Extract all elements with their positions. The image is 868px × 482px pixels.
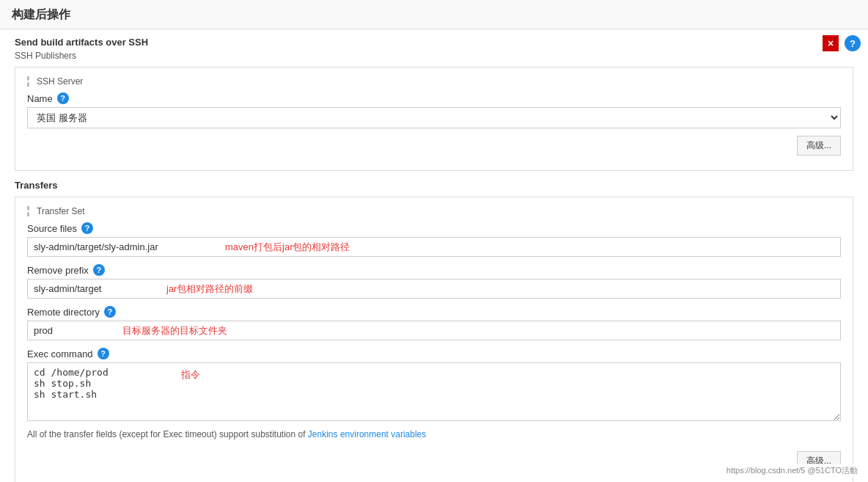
ssh-server-card: SSH Server Name ? 英国 服务器 高级... (15, 67, 853, 171)
name-help-icon[interactable]: ? (57, 92, 69, 104)
jenkins-env-variables-link[interactable]: Jenkins environment variables (308, 429, 426, 439)
page-wrapper: 构建后操作 × ? Send build artifacts over SSH … (0, 0, 868, 482)
section-title: 构建后操作 (0, 0, 868, 29)
remote-directory-input-row: 目标服务器的目标文件夹 (27, 321, 841, 348)
transfers-section: Transfers Transfer Set Source files ? ma… (15, 180, 853, 482)
remove-prefix-annotation: jar包相对路径的前缀 (166, 282, 253, 296)
remove-prefix-help-icon[interactable]: ? (93, 264, 105, 276)
exec-command-textarea[interactable]: cd /home/prod sh stop.sh sh start.sh (27, 362, 841, 421)
name-select[interactable]: 英国 服务器 (27, 107, 841, 128)
remote-directory-help-icon[interactable]: ? (104, 306, 116, 318)
source-files-input[interactable] (27, 237, 841, 257)
remove-prefix-label-row: Remove prefix ? (27, 264, 841, 276)
close-button[interactable]: × (823, 35, 839, 51)
exec-command-label: Exec command (27, 348, 93, 359)
section-title-text: 构建后操作 (12, 8, 70, 21)
exec-command-label-row: Exec command ? (27, 348, 841, 359)
source-files-label: Source files (27, 223, 77, 234)
main-content: × ? Send build artifacts over SSH SSH Pu… (0, 29, 868, 482)
exec-command-textarea-row: cd /home/prod sh stop.sh sh start.sh 指令 (27, 362, 841, 423)
advanced-row: 高级... (27, 136, 841, 161)
source-files-help-icon[interactable]: ? (81, 222, 93, 234)
source-files-input-row: maven打包后jar包的相对路径 (27, 237, 841, 264)
exec-command-help-icon[interactable]: ? (98, 348, 109, 359)
ssh-server-advanced-button[interactable]: 高级... (797, 136, 841, 156)
ssh-server-label: SSH Server (37, 76, 841, 87)
transfer-set-card: Transfer Set Source files ? maven打包后jar包… (15, 197, 853, 482)
close-icon: × (828, 37, 834, 49)
source-files-annotation: maven打包后jar包的相对路径 (225, 241, 350, 254)
transfers-label: Transfers (15, 180, 853, 191)
name-label-row: Name ? (27, 92, 841, 104)
ssh-publishers-label: SSH Publishers (15, 51, 853, 61)
remove-prefix-input[interactable] (27, 279, 841, 299)
exec-command-annotation: 指令 (181, 368, 200, 381)
transfer-set-label: Transfer Set (37, 206, 841, 216)
watermark: https://blog.csdn.net/5 @51CTO活動 (724, 464, 861, 478)
remote-directory-label-row: Remote directory ? (27, 306, 841, 318)
source-files-label-row: Source files ? (27, 222, 841, 234)
remote-directory-label: Remote directory (27, 307, 100, 318)
help-button[interactable]: ? (845, 35, 861, 51)
ssh-server-section: SSH Server (27, 76, 841, 87)
help-icon: ? (850, 38, 856, 49)
remove-prefix-input-row: jar包相对路径的前缀 (27, 279, 841, 306)
name-label: Name (27, 93, 53, 104)
transfers-bottom-bar: 高级... (27, 445, 841, 477)
transfer-set-section: Transfer Set (27, 206, 841, 216)
info-text: All of the transfer fields (except for E… (27, 429, 841, 439)
remove-prefix-label: Remove prefix (27, 265, 89, 276)
send-artifacts-title: Send build artifacts over SSH (15, 37, 853, 48)
remote-directory-annotation: 目标服务器的目标文件夹 (122, 324, 227, 337)
